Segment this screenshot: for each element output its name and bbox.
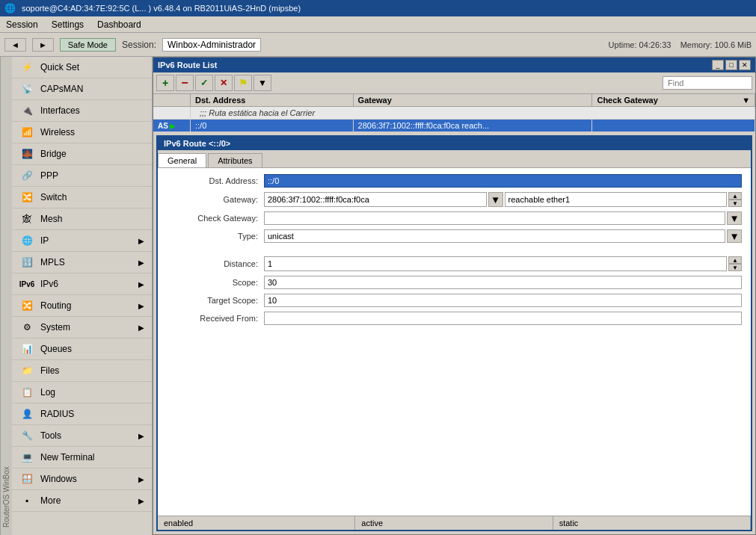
check-gateway-cell [592, 120, 755, 132]
status-bar: enabled active static [158, 516, 751, 530]
mesh-icon: 🕸 [19, 213, 34, 225]
received-from-input[interactable] [264, 312, 742, 325]
window-controls: _ □ ✕ [712, 60, 751, 70]
more-icon: ▪ [19, 495, 34, 507]
disable-button[interactable]: ✕ [215, 75, 233, 91]
gateway-dropdown-button[interactable]: ▼ [488, 192, 503, 207]
sidebar-item-log[interactable]: 📋 Log [12, 382, 152, 403]
type-label: Type: [167, 232, 264, 241]
enable-button[interactable]: ✓ [195, 75, 213, 91]
window-title-bar: IPv6 Route List _ □ ✕ [153, 58, 755, 72]
close-button[interactable]: ✕ [739, 60, 751, 70]
gateway-input[interactable] [264, 192, 487, 207]
sidebar-item-queues[interactable]: 📊 Queues [12, 338, 152, 360]
sidebar-item-switch[interactable]: 🔀 Switch [12, 187, 152, 208]
windows-icon: 🪟 [19, 473, 34, 485]
log-icon: 📋 [19, 386, 34, 398]
sidebar-item-label: IP [40, 235, 49, 246]
tab-attributes[interactable]: Attributes [208, 153, 262, 167]
status-static: static [553, 516, 751, 530]
sidebar-item-label: Tools [40, 430, 61, 441]
scope-label: Scope: [167, 278, 264, 287]
menu-session[interactable]: Session [3, 19, 41, 31]
ip-icon: 🌐 [19, 235, 34, 247]
sidebar-item-mesh[interactable]: 🕸 Mesh [12, 208, 152, 230]
gateway-label: Gateway: [167, 195, 264, 204]
type-input-group: ▼ [264, 229, 742, 243]
sidebar-item-system[interactable]: ⚙ System ▶ [12, 317, 152, 338]
type-dropdown-button[interactable]: ▼ [727, 229, 742, 243]
system-arrow-icon: ▶ [138, 324, 144, 332]
distance-spinner-down[interactable]: ▼ [728, 264, 742, 271]
radius-icon: 👤 [19, 408, 34, 420]
toolbar: ◄ ► Safe Mode Session: Winbox-Administra… [0, 33, 756, 57]
sidebar-item-interfaces[interactable]: 🔌 Interfaces [12, 100, 152, 122]
dst-address-label: Dst. Address: [167, 176, 264, 185]
sidebar-item-label: Switch [40, 192, 67, 202]
sidebar-item-radius[interactable]: 👤 RADIUS [12, 403, 152, 425]
sidebar-item-label: More [40, 495, 61, 506]
type-input[interactable] [264, 229, 725, 243]
menu-bar: Session Settings Dashboard [0, 16, 756, 33]
distance-spinner-up[interactable]: ▲ [728, 256, 742, 264]
gateway-spinner-down[interactable]: ▼ [728, 200, 742, 207]
form-body: Dst. Address: Gateway: ▼ ▲ ▼ [158, 168, 751, 516]
remove-button[interactable]: − [176, 75, 194, 91]
back-button[interactable]: ◄ [4, 38, 26, 52]
scope-input[interactable] [264, 276, 742, 289]
sidebar-item-bridge[interactable]: 🌉 Bridge [12, 143, 152, 165]
sidebar-item-ppp[interactable]: 🔗 PPP [12, 165, 152, 187]
add-button[interactable]: + [156, 75, 174, 91]
tab-general[interactable]: General [158, 153, 206, 167]
sidebar-item-label: System [40, 322, 70, 333]
check-gateway-input[interactable] [264, 211, 725, 225]
sidebar-item-mpls[interactable]: 🔢 MPLS ▶ [12, 252, 152, 273]
sidebar-item-ipv6[interactable]: IPv6 IPv6 ▶ [12, 273, 152, 295]
filter-button[interactable]: ▼ [253, 75, 271, 91]
maximize-button[interactable]: □ [725, 60, 737, 70]
target-scope-input[interactable] [264, 294, 742, 307]
menu-settings[interactable]: Settings [49, 19, 87, 31]
sidebar-item-more[interactable]: ▪ More ▶ [12, 490, 152, 512]
memory-label: Memory: [680, 40, 713, 49]
sidebar-item-ip[interactable]: 🌐 IP ▶ [12, 230, 152, 252]
check-gateway-input-group: ▼ [264, 211, 742, 225]
detail-title: IPv6 Route <::/0> [158, 137, 751, 150]
safe-mode-button[interactable]: Safe Mode [60, 38, 116, 52]
group-flags-cell [153, 107, 191, 119]
sidebar-item-files[interactable]: 📁 Files [12, 360, 152, 382]
sidebar-item-wireless[interactable]: 📶 Wireless [12, 122, 152, 143]
received-from-label: Received From: [167, 314, 264, 323]
sidebar-item-new-terminal[interactable]: 💻 New Terminal [12, 447, 152, 468]
header-check-gateway: Check Gateway ▼ [592, 94, 755, 106]
menu-dashboard[interactable]: Dashboard [94, 19, 144, 31]
sidebar-item-routing[interactable]: 🔀 Routing ▶ [12, 295, 152, 317]
tools-icon: 🔧 [19, 430, 34, 442]
reset-button[interactable]: ⚑ [234, 75, 252, 91]
table-row[interactable]: AS ▶ ::/0 2806:3f7:1002::ffff:f0ca:f0ca … [153, 120, 755, 132]
sidebar-item-tools[interactable]: 🔧 Tools ▶ [12, 425, 152, 447]
uptime-info: Uptime: 04:26:33 Memory: 100.6 MiB [609, 40, 752, 49]
check-icon: ✓ [200, 78, 208, 88]
as-flag: AS [158, 122, 168, 130]
window-title-text: IPv6 Route List [158, 61, 217, 69]
sidebar-item-quick-set[interactable]: ⚡ Quick Set [12, 57, 152, 78]
mpls-icon: 🔢 [19, 256, 34, 268]
gateway-status-input[interactable] [505, 192, 728, 207]
forward-button[interactable]: ► [32, 38, 54, 52]
check-gateway-dropdown-button[interactable]: ▼ [727, 211, 742, 225]
sidebar-item-label: Queues [40, 344, 72, 354]
distance-row: Distance: ▲ ▼ [167, 256, 742, 271]
distance-input[interactable] [264, 256, 727, 271]
target-scope-row: Target Scope: [167, 294, 742, 307]
group-label: ;;; Ruta estática hacia el Carrier [195, 107, 319, 119]
minimize-button[interactable]: _ [712, 60, 724, 70]
find-input[interactable] [663, 76, 752, 90]
gateway-spinner-up[interactable]: ▲ [728, 192, 742, 200]
title-bar: 🌐 soporte@C4:AD:34:7E:92:5C (L... ) v6.4… [0, 0, 756, 16]
sidebar-item-capsman[interactable]: 📡 CAPsMAN [12, 78, 152, 100]
dst-address-input[interactable] [264, 174, 742, 188]
ipv6-arrow-icon: ▶ [138, 280, 144, 288]
sidebar-item-label: Log [40, 387, 55, 398]
sidebar-item-windows[interactable]: 🪟 Windows ▶ [12, 468, 152, 490]
